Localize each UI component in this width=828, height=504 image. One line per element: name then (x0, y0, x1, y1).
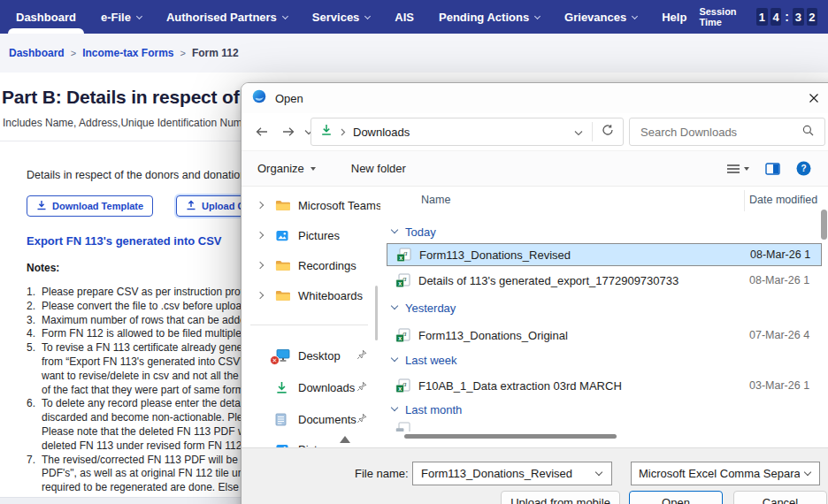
dialog-titlebar[interactable]: Open (242, 83, 828, 113)
dialog-navigation-bar: Downloads Search Downloads (242, 113, 828, 150)
file-date: 03-Mar-26 1 (749, 379, 809, 392)
sidebar-scrollbar[interactable] (375, 286, 378, 340)
file-name-input[interactable]: Form113_Donations_Revised (412, 462, 612, 485)
folder-icon (275, 198, 291, 212)
column-separator[interactable] (744, 190, 745, 211)
address-bar[interactable]: Downloads (310, 118, 624, 146)
nav-item-dashboard[interactable]: Dashboard (4, 0, 88, 34)
page-title: Part B: Details in respect of (2, 87, 239, 108)
sidebar-item-documents[interactable]: Documents (242, 406, 380, 432)
vertical-scrollbar-thumb[interactable] (821, 210, 827, 240)
nav-item-authorised-partners[interactable]: Authorised Partners (154, 0, 300, 34)
sidebar-item-whiteboards[interactable]: Whiteboards (242, 282, 380, 309)
scroll-up-indicator[interactable] (340, 436, 350, 443)
forward-icon[interactable] (277, 120, 300, 143)
group-header-yesterday[interactable]: Yesterday (392, 298, 456, 317)
upload-from-mobile-button[interactable]: Upload from mobile (501, 491, 620, 504)
address-dropdown-icon[interactable] (574, 124, 583, 140)
nav-item-ais[interactable]: AIS (382, 0, 426, 34)
download-icon (36, 200, 47, 212)
preview-pane-icon[interactable] (765, 163, 780, 175)
sidebar-item-pictures-library[interactable]: Pictures (242, 222, 380, 248)
view-list-icon[interactable] (726, 164, 749, 174)
group-header-today[interactable]: Today (392, 222, 436, 241)
note-number: 3. (27, 314, 42, 328)
file-type-value: Microsoft Excel Comma Separat (639, 467, 800, 480)
file-row-f10ab-data-extraction[interactable]: ax F10AB_1_Data extraction 03rd MARCH 03… (387, 374, 822, 397)
documents-icon (275, 412, 291, 426)
address-location[interactable]: Downloads (353, 126, 410, 139)
search-icon[interactable] (802, 125, 814, 139)
nav-item-pending-actions[interactable]: Pending Actions (426, 0, 552, 34)
nav-item-grievances[interactable]: Grievances (552, 0, 649, 34)
new-folder-button[interactable]: New folder (351, 162, 406, 175)
search-placeholder: Search Downloads (640, 126, 737, 139)
export-fn113-link[interactable]: Export FN 113's generated into CSV (27, 234, 222, 248)
breadcrumb-dashboard[interactable]: Dashboard (9, 47, 65, 59)
file-row-form113-donations-revised[interactable]: ax Form113_Donations_Revised 08-Mar-26 1 (387, 243, 822, 266)
notes-heading: Notes: (27, 262, 59, 274)
chevron-right-icon[interactable] (257, 292, 264, 299)
chevron-right-icon[interactable] (257, 232, 264, 239)
chevron-down-icon[interactable] (804, 469, 811, 476)
chevron-down-icon (391, 226, 398, 233)
file-date: 08-Mar-26 1 (750, 248, 810, 261)
dialog-footer: File name: Form113_Donations_Revised Mic… (242, 447, 828, 504)
refresh-icon[interactable] (602, 124, 614, 140)
breadcrumb-income-tax-forms[interactable]: Income-tax Forms (82, 47, 173, 59)
chevron-down-icon (632, 12, 638, 19)
chevron-down-icon (282, 12, 288, 19)
nav-item-services[interactable]: Services (300, 0, 383, 34)
sidebar-item-pictures[interactable]: Pictures (242, 436, 380, 447)
file-name-label: File name: (355, 467, 409, 480)
folder-icon (275, 258, 291, 272)
desktop-icon: ✕ (275, 348, 291, 363)
file-row-form113-donations-original[interactable]: ax Form113_Donations_Original 07-Mar-26 … (387, 324, 822, 347)
sidebar-item-recordings[interactable]: Recordings (242, 252, 380, 279)
svg-text:x: x (398, 334, 402, 340)
nav-label: AIS (395, 11, 414, 24)
close-icon[interactable] (801, 88, 827, 109)
search-input[interactable]: Search Downloads (629, 118, 825, 146)
sidebar-item-microsoft-teams[interactable]: Microsoft Teams (242, 192, 380, 218)
edge-icon (252, 89, 266, 107)
chevron-right-icon[interactable] (257, 202, 264, 209)
column-header-date-modified[interactable]: Date modified (749, 194, 817, 206)
file-name-value: Form113_Donations_Revised (421, 467, 591, 480)
sidebar-item-downloads[interactable]: Downloads (242, 374, 380, 401)
sidebar-label: Microsoft Teams (298, 199, 380, 212)
sidebar-label: Downloads (298, 381, 355, 394)
chevron-down-icon (534, 12, 540, 19)
breadcrumb-form-112: Form 112 (192, 47, 239, 59)
horizontal-scrollbar-thumb[interactable] (404, 434, 617, 439)
note-number: 4. (27, 327, 42, 341)
partially-visible-file-icon (395, 422, 410, 431)
downloads-icon (275, 380, 291, 394)
svg-text:x: x (398, 279, 402, 286)
chevron-right-icon[interactable] (257, 262, 264, 269)
open-button[interactable]: Open (629, 491, 723, 504)
nav-item-efile[interactable]: e-File (88, 0, 154, 34)
download-template-button[interactable]: Download Template (27, 195, 153, 217)
help-icon[interactable]: ? (796, 161, 811, 176)
note-number: 6. (27, 397, 42, 453)
nav-item-help[interactable]: Help (649, 0, 699, 34)
address-separator (592, 122, 593, 141)
breadcrumb: Dashboard > Income-tax Forms > Form 112 (0, 34, 828, 73)
sidebar-item-desktop[interactable]: ✕ Desktop (242, 342, 380, 369)
file-type-select[interactable]: Microsoft Excel Comma Separat (631, 462, 820, 485)
file-row-details-of-113s-export[interactable]: ax Details of 113's generated_export_177… (387, 269, 822, 292)
organize-button[interactable]: Organize (257, 162, 316, 175)
back-icon[interactable] (250, 120, 273, 143)
group-header-last-month[interactable]: Last month (392, 400, 462, 419)
svg-text:x: x (399, 254, 402, 260)
chevron-down-icon[interactable] (595, 469, 602, 476)
horizontal-scrollbar[interactable] (387, 434, 822, 439)
column-header-name[interactable]: Name (421, 194, 450, 206)
group-header-last-week[interactable]: Last week (392, 350, 457, 370)
note-number: 2. (27, 300, 42, 314)
vertical-scrollbar[interactable] (820, 187, 828, 447)
cancel-button[interactable]: Cancel (733, 491, 827, 504)
csv-file-icon: ax (396, 248, 411, 263)
chevron-down-icon (136, 12, 142, 19)
